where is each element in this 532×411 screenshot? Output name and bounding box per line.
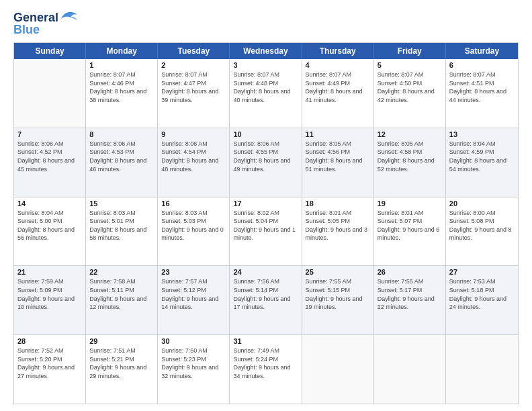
day-number: 14 xyxy=(17,199,82,208)
calendar-cell-day-20: 20Sunrise: 8:00 AMSunset: 5:08 PMDayligh… xyxy=(446,197,518,266)
logo: General Blue xyxy=(13,11,79,37)
header: General Blue xyxy=(13,11,519,37)
calendar-cell-day-23: 23Sunrise: 7:57 AMSunset: 5:12 PMDayligh… xyxy=(158,266,230,334)
day-info: Sunrise: 7:58 AMSunset: 5:11 PMDaylight:… xyxy=(89,277,154,311)
calendar-week-2: 7Sunrise: 8:06 AMSunset: 4:52 PMDaylight… xyxy=(14,128,518,197)
calendar-cell-day-29: 29Sunrise: 7:51 AMSunset: 5:21 PMDayligh… xyxy=(86,335,158,404)
day-number: 10 xyxy=(233,130,298,138)
calendar-cell-day-19: 19Sunrise: 8:01 AMSunset: 5:07 PMDayligh… xyxy=(374,197,446,266)
day-number: 19 xyxy=(378,199,442,208)
day-number: 23 xyxy=(161,268,226,276)
calendar-cell-day-15: 15Sunrise: 8:03 AMSunset: 5:01 PMDayligh… xyxy=(86,197,158,266)
day-info: Sunrise: 8:07 AMSunset: 4:47 PMDaylight:… xyxy=(161,71,226,104)
calendar-header-wednesday: Wednesday xyxy=(230,43,302,59)
calendar-header: SundayMondayTuesdayWednesdayThursdayFrid… xyxy=(14,43,518,59)
logo-bird-icon xyxy=(60,11,79,26)
day-info: Sunrise: 7:49 AMSunset: 5:24 PMDaylight:… xyxy=(233,347,298,380)
calendar-cell-day-18: 18Sunrise: 8:01 AMSunset: 5:05 PMDayligh… xyxy=(302,197,374,266)
day-info: Sunrise: 7:55 AMSunset: 5:17 PMDaylight:… xyxy=(378,277,442,311)
day-info: Sunrise: 7:59 AMSunset: 5:09 PMDaylight:… xyxy=(17,277,82,311)
page: General Blue SundayMondayTuesdayWednesda… xyxy=(0,0,532,411)
day-number: 6 xyxy=(449,61,515,69)
day-number: 11 xyxy=(306,130,370,138)
calendar-cell-empty xyxy=(302,335,374,404)
calendar-cell-day-11: 11Sunrise: 8:05 AMSunset: 4:56 PMDayligh… xyxy=(302,128,374,197)
day-info: Sunrise: 8:03 AMSunset: 5:01 PMDaylight:… xyxy=(89,209,154,242)
day-info: Sunrise: 8:01 AMSunset: 5:07 PMDaylight:… xyxy=(378,209,442,242)
calendar-header-monday: Monday xyxy=(86,43,158,59)
day-number: 1 xyxy=(89,61,154,69)
day-info: Sunrise: 7:50 AMSunset: 5:23 PMDaylight:… xyxy=(161,347,226,380)
calendar-week-3: 14Sunrise: 8:04 AMSunset: 5:00 PMDayligh… xyxy=(14,197,518,266)
day-info: Sunrise: 7:55 AMSunset: 5:15 PMDaylight:… xyxy=(306,277,370,311)
day-info: Sunrise: 8:07 AMSunset: 4:49 PMDaylight:… xyxy=(306,71,370,104)
day-info: Sunrise: 7:53 AMSunset: 5:18 PMDaylight:… xyxy=(449,277,515,311)
day-info: Sunrise: 7:57 AMSunset: 5:12 PMDaylight:… xyxy=(161,277,226,311)
calendar-cell-day-17: 17Sunrise: 8:02 AMSunset: 5:04 PMDayligh… xyxy=(230,197,302,266)
day-info: Sunrise: 8:07 AMSunset: 4:51 PMDaylight:… xyxy=(449,71,515,104)
calendar-cell-day-21: 21Sunrise: 7:59 AMSunset: 5:09 PMDayligh… xyxy=(14,266,86,334)
calendar-cell-day-27: 27Sunrise: 7:53 AMSunset: 5:18 PMDayligh… xyxy=(446,266,518,334)
day-number: 21 xyxy=(17,268,82,276)
calendar-cell-day-22: 22Sunrise: 7:58 AMSunset: 5:11 PMDayligh… xyxy=(86,266,158,334)
day-number: 16 xyxy=(161,199,226,208)
calendar-header-saturday: Saturday xyxy=(446,43,518,59)
day-number: 9 xyxy=(161,130,226,138)
day-info: Sunrise: 7:56 AMSunset: 5:14 PMDaylight:… xyxy=(233,277,298,311)
day-number: 17 xyxy=(233,199,298,208)
calendar-cell-day-28: 28Sunrise: 7:52 AMSunset: 5:20 PMDayligh… xyxy=(14,335,86,404)
calendar: SundayMondayTuesdayWednesdayThursdayFrid… xyxy=(13,42,519,404)
calendar-week-5: 28Sunrise: 7:52 AMSunset: 5:20 PMDayligh… xyxy=(14,334,518,404)
calendar-week-4: 21Sunrise: 7:59 AMSunset: 5:09 PMDayligh… xyxy=(14,265,518,334)
calendar-cell-day-5: 5Sunrise: 8:07 AMSunset: 4:50 PMDaylight… xyxy=(374,59,446,128)
day-info: Sunrise: 8:06 AMSunset: 4:55 PMDaylight:… xyxy=(233,140,298,173)
calendar-cell-day-2: 2Sunrise: 8:07 AMSunset: 4:47 PMDaylight… xyxy=(158,59,230,128)
calendar-cell-day-12: 12Sunrise: 8:05 AMSunset: 4:58 PMDayligh… xyxy=(374,128,446,197)
day-info: Sunrise: 8:06 AMSunset: 4:52 PMDaylight:… xyxy=(17,140,82,173)
day-info: Sunrise: 8:02 AMSunset: 5:04 PMDaylight:… xyxy=(233,209,298,242)
calendar-cell-day-1: 1Sunrise: 8:07 AMSunset: 4:46 PMDaylight… xyxy=(86,59,158,128)
calendar-cell-day-14: 14Sunrise: 8:04 AMSunset: 5:00 PMDayligh… xyxy=(14,197,86,266)
day-info: Sunrise: 8:01 AMSunset: 5:05 PMDaylight:… xyxy=(306,209,370,242)
day-number: 22 xyxy=(89,268,154,276)
day-number: 26 xyxy=(378,268,442,276)
day-info: Sunrise: 8:00 AMSunset: 5:08 PMDaylight:… xyxy=(449,209,515,242)
calendar-cell-day-8: 8Sunrise: 8:06 AMSunset: 4:53 PMDaylight… xyxy=(86,128,158,197)
calendar-cell-day-30: 30Sunrise: 7:50 AMSunset: 5:23 PMDayligh… xyxy=(158,335,230,404)
day-info: Sunrise: 8:07 AMSunset: 4:46 PMDaylight:… xyxy=(89,71,154,104)
day-number: 24 xyxy=(233,268,298,276)
day-number: 8 xyxy=(89,130,154,138)
day-info: Sunrise: 8:03 AMSunset: 5:03 PMDaylight:… xyxy=(161,209,226,242)
logo-blue: Blue xyxy=(13,23,40,37)
calendar-cell-day-31: 31Sunrise: 7:49 AMSunset: 5:24 PMDayligh… xyxy=(230,335,302,404)
day-number: 18 xyxy=(306,199,370,208)
calendar-header-thursday: Thursday xyxy=(302,43,374,59)
calendar-cell-day-9: 9Sunrise: 8:06 AMSunset: 4:54 PMDaylight… xyxy=(158,128,230,197)
calendar-week-1: 1Sunrise: 8:07 AMSunset: 4:46 PMDaylight… xyxy=(14,59,518,128)
day-number: 15 xyxy=(89,199,154,208)
calendar-cell-day-3: 3Sunrise: 8:07 AMSunset: 4:48 PMDaylight… xyxy=(230,59,302,128)
day-info: Sunrise: 8:07 AMSunset: 4:50 PMDaylight:… xyxy=(378,71,442,104)
day-info: Sunrise: 8:06 AMSunset: 4:54 PMDaylight:… xyxy=(161,140,226,173)
calendar-cell-empty xyxy=(14,59,86,128)
calendar-cell-day-13: 13Sunrise: 8:04 AMSunset: 4:59 PMDayligh… xyxy=(446,128,518,197)
day-number: 4 xyxy=(306,61,370,69)
day-info: Sunrise: 8:05 AMSunset: 4:58 PMDaylight:… xyxy=(378,140,442,173)
calendar-cell-day-25: 25Sunrise: 7:55 AMSunset: 5:15 PMDayligh… xyxy=(302,266,374,334)
day-info: Sunrise: 7:52 AMSunset: 5:20 PMDaylight:… xyxy=(17,347,82,380)
calendar-header-sunday: Sunday xyxy=(14,43,86,59)
calendar-cell-empty xyxy=(374,335,446,404)
calendar-body: 1Sunrise: 8:07 AMSunset: 4:46 PMDaylight… xyxy=(14,59,518,404)
calendar-cell-day-10: 10Sunrise: 8:06 AMSunset: 4:55 PMDayligh… xyxy=(230,128,302,197)
day-number: 29 xyxy=(89,337,154,345)
calendar-cell-day-4: 4Sunrise: 8:07 AMSunset: 4:49 PMDaylight… xyxy=(302,59,374,128)
day-info: Sunrise: 8:04 AMSunset: 5:00 PMDaylight:… xyxy=(17,209,82,242)
calendar-cell-day-6: 6Sunrise: 8:07 AMSunset: 4:51 PMDaylight… xyxy=(446,59,518,128)
calendar-header-tuesday: Tuesday xyxy=(158,43,230,59)
day-number: 13 xyxy=(449,130,515,138)
day-info: Sunrise: 8:06 AMSunset: 4:53 PMDaylight:… xyxy=(89,140,154,173)
day-info: Sunrise: 8:05 AMSunset: 4:56 PMDaylight:… xyxy=(306,140,370,173)
calendar-cell-day-16: 16Sunrise: 8:03 AMSunset: 5:03 PMDayligh… xyxy=(158,197,230,266)
day-number: 28 xyxy=(17,337,82,345)
day-number: 12 xyxy=(378,130,442,138)
